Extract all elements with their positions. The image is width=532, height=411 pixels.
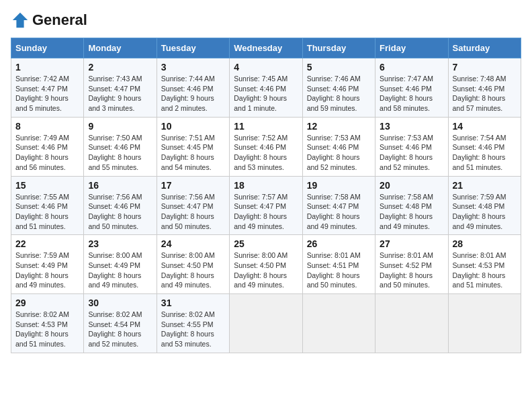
day-number: 29 [15, 298, 79, 308]
header-friday: Friday [375, 38, 448, 58]
calendar-cell [302, 294, 375, 353]
calendar-cell: 30 Sunrise: 8:02 AM Sunset: 4:54 PM Dayl… [84, 294, 157, 353]
day-number: 4 [234, 62, 298, 73]
header-monday: Monday [84, 38, 157, 58]
calendar-cell: 20 Sunrise: 7:58 AM Sunset: 4:48 PM Dayl… [375, 176, 448, 235]
day-info: Sunrise: 8:01 AM Sunset: 4:53 PM Dayligh… [453, 250, 517, 290]
day-info: Sunrise: 8:00 AM Sunset: 4:49 PM Dayligh… [88, 250, 152, 290]
header-thursday: Thursday [302, 38, 375, 58]
day-number: 2 [88, 62, 152, 73]
day-info: Sunrise: 8:02 AM Sunset: 4:54 PM Dayligh… [88, 310, 152, 349]
calendar-cell: 1 Sunrise: 7:42 AM Sunset: 4:47 PM Dayli… [11, 58, 84, 118]
calendar-cell: 27 Sunrise: 8:01 AM Sunset: 4:52 PM Dayl… [375, 235, 448, 294]
day-info: Sunrise: 7:46 AM Sunset: 4:46 PM Dayligh… [307, 74, 371, 113]
day-info: Sunrise: 7:56 AM Sunset: 4:46 PM Dayligh… [88, 192, 152, 232]
day-number: 12 [307, 121, 371, 132]
calendar-cell: 26 Sunrise: 8:01 AM Sunset: 4:51 PM Dayl… [302, 235, 375, 294]
day-info: Sunrise: 7:59 AM Sunset: 4:48 PM Dayligh… [453, 192, 517, 232]
day-number: 15 [15, 180, 79, 191]
calendar-cell: 15 Sunrise: 7:55 AM Sunset: 4:46 PM Dayl… [11, 176, 84, 235]
day-info: Sunrise: 7:59 AM Sunset: 4:49 PM Dayligh… [15, 250, 79, 290]
day-number: 9 [88, 121, 152, 132]
calendar-cell: 22 Sunrise: 7:59 AM Sunset: 4:49 PM Dayl… [11, 235, 84, 294]
day-number: 7 [453, 62, 517, 73]
calendar-cell: 2 Sunrise: 7:43 AM Sunset: 4:47 PM Dayli… [84, 58, 157, 118]
day-number: 8 [15, 121, 79, 132]
calendar-cell: 24 Sunrise: 8:00 AM Sunset: 4:50 PM Dayl… [157, 235, 229, 294]
calendar-cell [375, 294, 448, 353]
calendar-table: SundayMondayTuesdayWednesdayThursdayFrid… [11, 38, 521, 353]
day-info: Sunrise: 8:01 AM Sunset: 4:51 PM Dayligh… [307, 250, 371, 290]
day-number: 1 [15, 62, 79, 73]
logo-icon [11, 11, 30, 30]
calendar-cell: 10 Sunrise: 7:51 AM Sunset: 4:45 PM Dayl… [157, 117, 229, 176]
calendar-cell: 19 Sunrise: 7:58 AM Sunset: 4:47 PM Dayl… [302, 176, 375, 235]
day-number: 21 [453, 180, 517, 191]
calendar-cell: 17 Sunrise: 7:56 AM Sunset: 4:47 PM Dayl… [157, 176, 229, 235]
header-tuesday: Tuesday [157, 38, 229, 58]
header-sunday: Sunday [11, 38, 84, 58]
calendar-cell: 18 Sunrise: 7:57 AM Sunset: 4:47 PM Dayl… [230, 176, 302, 235]
day-number: 10 [161, 121, 225, 132]
day-number: 24 [161, 238, 225, 249]
calendar-cell [448, 294, 521, 353]
day-number: 14 [453, 121, 517, 132]
day-number: 19 [307, 180, 371, 191]
calendar-cell: 14 Sunrise: 7:54 AM Sunset: 4:46 PM Dayl… [448, 117, 521, 176]
calendar-cell: 29 Sunrise: 8:02 AM Sunset: 4:53 PM Dayl… [11, 294, 84, 353]
day-number: 11 [234, 121, 298, 132]
day-info: Sunrise: 8:00 AM Sunset: 4:50 PM Dayligh… [234, 250, 298, 290]
calendar-cell: 8 Sunrise: 7:49 AM Sunset: 4:46 PM Dayli… [11, 117, 84, 176]
calendar-cell: 28 Sunrise: 8:01 AM Sunset: 4:53 PM Dayl… [448, 235, 521, 294]
day-number: 20 [380, 180, 443, 191]
day-info: Sunrise: 7:53 AM Sunset: 4:46 PM Dayligh… [307, 133, 371, 173]
calendar-cell: 7 Sunrise: 7:48 AM Sunset: 4:46 PM Dayli… [448, 58, 521, 118]
day-info: Sunrise: 7:47 AM Sunset: 4:46 PM Dayligh… [380, 74, 443, 113]
svg-marker-0 [13, 13, 28, 28]
day-info: Sunrise: 7:51 AM Sunset: 4:45 PM Dayligh… [161, 133, 225, 173]
day-number: 16 [88, 180, 152, 191]
calendar-cell: 25 Sunrise: 8:00 AM Sunset: 4:50 PM Dayl… [230, 235, 302, 294]
day-number: 27 [380, 238, 443, 249]
day-info: Sunrise: 7:55 AM Sunset: 4:46 PM Dayligh… [15, 192, 79, 232]
day-info: Sunrise: 7:58 AM Sunset: 4:48 PM Dayligh… [380, 192, 443, 232]
day-number: 31 [161, 298, 225, 308]
day-info: Sunrise: 7:57 AM Sunset: 4:47 PM Dayligh… [234, 192, 298, 232]
calendar-cell: 21 Sunrise: 7:59 AM Sunset: 4:48 PM Dayl… [448, 176, 521, 235]
day-info: Sunrise: 7:53 AM Sunset: 4:46 PM Dayligh… [380, 133, 443, 173]
day-info: Sunrise: 7:44 AM Sunset: 4:46 PM Dayligh… [161, 74, 225, 113]
day-number: 3 [161, 62, 225, 73]
logo-text: General [32, 13, 87, 28]
day-info: Sunrise: 8:00 AM Sunset: 4:50 PM Dayligh… [161, 250, 225, 290]
calendar-week-2: 8 Sunrise: 7:49 AM Sunset: 4:46 PM Dayli… [11, 117, 521, 176]
day-number: 25 [234, 238, 298, 249]
day-info: Sunrise: 7:50 AM Sunset: 4:46 PM Dayligh… [88, 133, 152, 173]
day-info: Sunrise: 7:43 AM Sunset: 4:47 PM Dayligh… [88, 74, 152, 113]
day-number: 18 [234, 180, 298, 191]
calendar-cell: 16 Sunrise: 7:56 AM Sunset: 4:46 PM Dayl… [84, 176, 157, 235]
calendar-cell: 11 Sunrise: 7:52 AM Sunset: 4:46 PM Dayl… [230, 117, 302, 176]
day-info: Sunrise: 7:52 AM Sunset: 4:46 PM Dayligh… [234, 133, 298, 173]
calendar-week-3: 15 Sunrise: 7:55 AM Sunset: 4:46 PM Dayl… [11, 176, 521, 235]
calendar-cell [230, 294, 302, 353]
day-info: Sunrise: 7:45 AM Sunset: 4:46 PM Dayligh… [234, 74, 298, 113]
calendar-week-4: 22 Sunrise: 7:59 AM Sunset: 4:49 PM Dayl… [11, 235, 521, 294]
calendar-cell: 3 Sunrise: 7:44 AM Sunset: 4:46 PM Dayli… [157, 58, 229, 118]
calendar-cell: 6 Sunrise: 7:47 AM Sunset: 4:46 PM Dayli… [375, 58, 448, 118]
day-number: 6 [380, 62, 443, 73]
calendar-cell: 12 Sunrise: 7:53 AM Sunset: 4:46 PM Dayl… [302, 117, 375, 176]
day-info: Sunrise: 7:56 AM Sunset: 4:47 PM Dayligh… [161, 192, 225, 232]
day-info: Sunrise: 7:49 AM Sunset: 4:46 PM Dayligh… [15, 133, 79, 173]
day-info: Sunrise: 7:48 AM Sunset: 4:46 PM Dayligh… [453, 74, 517, 113]
calendar-cell: 9 Sunrise: 7:50 AM Sunset: 4:46 PM Dayli… [84, 117, 157, 176]
calendar-cell: 31 Sunrise: 8:02 AM Sunset: 4:55 PM Dayl… [157, 294, 229, 353]
day-info: Sunrise: 8:02 AM Sunset: 4:55 PM Dayligh… [161, 310, 225, 349]
day-number: 30 [88, 298, 152, 308]
day-number: 13 [380, 121, 443, 132]
day-info: Sunrise: 8:01 AM Sunset: 4:52 PM Dayligh… [380, 250, 443, 290]
calendar-cell: 4 Sunrise: 7:45 AM Sunset: 4:46 PM Dayli… [230, 58, 302, 118]
day-info: Sunrise: 8:02 AM Sunset: 4:53 PM Dayligh… [15, 310, 79, 349]
day-info: Sunrise: 7:58 AM Sunset: 4:47 PM Dayligh… [307, 192, 371, 232]
calendar-week-1: 1 Sunrise: 7:42 AM Sunset: 4:47 PM Dayli… [11, 58, 521, 118]
header-wednesday: Wednesday [230, 38, 302, 58]
